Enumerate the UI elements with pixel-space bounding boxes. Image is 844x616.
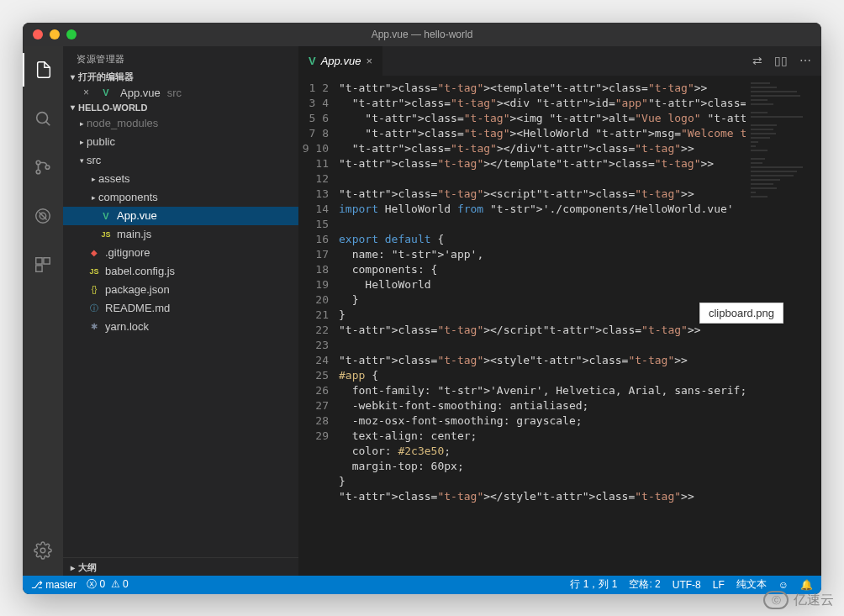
- svg-point-2: [36, 161, 40, 165]
- close-icon[interactable]: ×: [83, 87, 95, 98]
- branch-name: master: [45, 579, 76, 591]
- close-icon[interactable]: ×: [366, 55, 372, 67]
- svg-point-0: [37, 112, 48, 123]
- explorer-icon[interactable]: [23, 53, 63, 87]
- compare-icon[interactable]: ⇄: [752, 54, 762, 67]
- chevron-right-icon: ▸: [66, 563, 78, 572]
- open-editors-label: 打开的编辑器: [78, 71, 134, 83]
- more-icon[interactable]: ⋯: [799, 54, 811, 67]
- titlebar: App.vue — hello-world: [23, 23, 821, 46]
- status-spaces[interactable]: 空格: 2: [629, 577, 660, 592]
- feedback-icon[interactable]: ☺: [778, 579, 789, 591]
- file-label: README.md: [105, 302, 170, 314]
- outline-header[interactable]: ▸ 大纲: [63, 557, 298, 576]
- tab-app-vue[interactable]: V App.vue ×: [298, 46, 383, 76]
- tree-file-yarn[interactable]: ✱ yarn.lock: [63, 318, 298, 336]
- open-editor-path: src: [167, 87, 182, 99]
- status-encoding[interactable]: UTF-8: [673, 579, 701, 591]
- file-label: App.vue: [117, 209, 157, 222]
- tabs-bar: V App.vue × ⇄ ▯▯ ⋯: [298, 46, 821, 76]
- tree-file-babel[interactable]: JS babel.config.js: [63, 262, 298, 281]
- tree-folder-public[interactable]: ▸ public: [63, 133, 298, 151]
- chevron-right-icon: ▸: [88, 193, 98, 202]
- tooltip-clipboard: clipboard.png: [699, 303, 783, 324]
- minimap[interactable]: [746, 76, 821, 576]
- debug-icon[interactable]: [23, 199, 63, 233]
- status-cursor[interactable]: 行 1，列 1: [570, 577, 617, 592]
- tree-folder-assets[interactable]: ▸ assets: [63, 170, 298, 188]
- tree-file-gitignore[interactable]: ◆ .gitignore: [63, 244, 298, 262]
- vue-file-icon: V: [98, 87, 113, 97]
- outline-label: 大纲: [78, 561, 97, 574]
- editor-body[interactable]: 1 2 3 4 5 6 7 8 9 10 11 12 13 14 15 16 1…: [298, 76, 821, 576]
- window-title: App.vue — hello-world: [372, 29, 473, 40]
- file-label: babel.config.js: [105, 265, 175, 277]
- extensions-icon[interactable]: [23, 248, 63, 282]
- chevron-right-icon: ▸: [76, 119, 87, 128]
- svg-rect-10: [36, 265, 42, 271]
- line-numbers-gutter: 1 2 3 4 5 6 7 8 9 10 11 12 13 14 15 16 1…: [298, 76, 339, 576]
- tree-file-package[interactable]: {} package.json: [63, 281, 298, 299]
- file-label: main.js: [117, 228, 151, 240]
- search-icon[interactable]: [23, 102, 63, 135]
- svg-line-1: [46, 121, 50, 125]
- project-header[interactable]: ▾ HELLO-WORLD: [63, 101, 298, 114]
- vscode-window: App.vue — hello-world 资源管理器: [23, 23, 821, 594]
- tree-folder-node_modules[interactable]: ▸ node_modules: [63, 114, 298, 133]
- status-eol[interactable]: LF: [713, 579, 725, 591]
- warning-count: 0: [123, 578, 129, 590]
- sidebar-explorer: 资源管理器 ▾ 打开的编辑器 × V App.vue src ▾ HELLO-W…: [63, 46, 298, 576]
- folder-label: src: [87, 154, 101, 166]
- main-area: 资源管理器 ▾ 打开的编辑器 × V App.vue src ▾ HELLO-W…: [23, 46, 821, 576]
- status-branch[interactable]: ⎇ master: [31, 579, 76, 591]
- bell-icon[interactable]: 🔔: [800, 579, 813, 591]
- tree-file-main-js[interactable]: JS main.js: [63, 225, 298, 244]
- file-label: .gitignore: [105, 246, 150, 259]
- tree-file-readme[interactable]: ⓘ README.md: [63, 299, 298, 318]
- folder-label: components: [98, 191, 158, 203]
- chevron-right-icon: ▸: [88, 175, 98, 183]
- svg-point-3: [36, 170, 40, 174]
- info-file-icon: ⓘ: [87, 303, 102, 314]
- maximize-window-button[interactable]: [66, 29, 76, 39]
- tree-file-app-vue[interactable]: V App.vue: [63, 207, 298, 225]
- watermark-text: 亿速云: [794, 592, 834, 609]
- tree-folder-components[interactable]: ▸ components: [63, 188, 298, 207]
- code-content[interactable]: "t-attr">class="t-tag"><template"t-attr"…: [339, 76, 746, 576]
- minimize-window-button[interactable]: [50, 29, 60, 39]
- chevron-down-icon: ▾: [66, 72, 78, 82]
- folder-label: node_modules: [87, 117, 158, 129]
- status-problems[interactable]: ⓧ 0 ⚠ 0: [87, 577, 129, 592]
- js-file-icon: JS: [98, 230, 113, 239]
- error-count: 0: [99, 578, 105, 590]
- editor-area: V App.vue × ⇄ ▯▯ ⋯ 1 2 3 4 5 6 7 8 9 10 …: [298, 46, 821, 576]
- lock-file-icon: ✱: [87, 322, 102, 331]
- chevron-down-icon: ▾: [76, 156, 87, 165]
- vue-file-icon: V: [98, 211, 113, 221]
- split-editor-icon[interactable]: ▯▯: [774, 54, 788, 67]
- file-label: package.json: [105, 283, 170, 296]
- open-editor-item[interactable]: × V App.vue src: [63, 85, 298, 101]
- tab-actions: ⇄ ▯▯ ⋯: [752, 46, 821, 76]
- statusbar: ⎇ master ⓧ 0 ⚠ 0 行 1，列 1 空格: 2 UTF-8 LF …: [23, 576, 821, 594]
- status-lang[interactable]: 纯文本: [736, 577, 767, 592]
- chevron-down-icon: ▾: [66, 103, 78, 112]
- vue-file-icon: V: [309, 55, 316, 67]
- svg-rect-8: [36, 257, 42, 263]
- chevron-right-icon: ▸: [76, 138, 87, 146]
- close-window-button[interactable]: [33, 29, 43, 39]
- tab-label: App.vue: [321, 55, 361, 67]
- folder-label: assets: [98, 172, 130, 185]
- svg-point-4: [45, 165, 50, 169]
- json-file-icon: {}: [87, 285, 102, 294]
- watermark-logo-icon: ⓒ: [763, 591, 789, 609]
- settings-gear-icon[interactable]: [23, 534, 63, 567]
- open-editors-header[interactable]: ▾ 打开的编辑器: [63, 69, 298, 85]
- js-file-icon: JS: [87, 267, 102, 276]
- file-label: yarn.lock: [105, 320, 149, 333]
- tooltip-text: clipboard.png: [709, 307, 774, 319]
- project-label: HELLO-WORLD: [78, 103, 147, 113]
- svg-point-11: [40, 548, 45, 553]
- tree-folder-src[interactable]: ▾ src: [63, 151, 298, 170]
- source-control-icon[interactable]: [23, 150, 63, 184]
